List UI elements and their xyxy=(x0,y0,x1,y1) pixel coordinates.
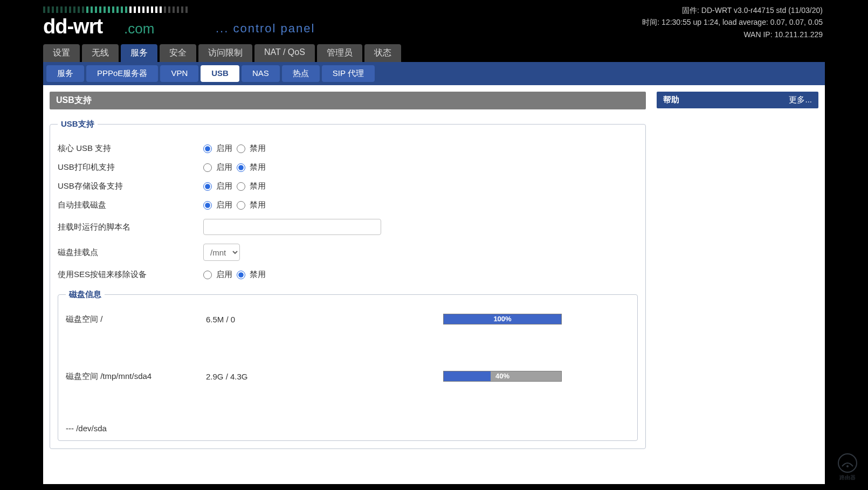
svg-rect-9 xyxy=(82,6,84,13)
mount-point-label: 磁盘挂载点 xyxy=(58,247,203,258)
svg-rect-11 xyxy=(91,6,93,13)
wan-line: WAN IP: 10.211.21.229 xyxy=(642,29,823,40)
enable-label: 启用 xyxy=(216,181,232,191)
disable-label: 禁用 xyxy=(250,270,266,280)
svg-rect-8 xyxy=(78,6,80,13)
disk-row2-progress: 40% xyxy=(443,371,562,382)
main-tab-5[interactable]: NAT / QoS xyxy=(254,44,315,62)
main-tab-7[interactable]: 状态 xyxy=(364,44,401,62)
core-usb-enable-radio[interactable] xyxy=(203,144,212,153)
mount-point-select[interactable]: /mnt xyxy=(203,244,240,261)
svg-rect-5 xyxy=(65,6,67,13)
time-line: 时间: 12:30:55 up 1:24, load average: 0.07… xyxy=(642,16,823,28)
svg-rect-23 xyxy=(142,6,144,13)
automount-label: 自动挂载磁盘 xyxy=(58,200,203,210)
main-tab-0[interactable]: 设置 xyxy=(43,44,80,62)
logo: dd-wrt .com ... control panel xyxy=(43,4,356,42)
ses-enable-radio[interactable] xyxy=(203,271,212,279)
svg-rect-15 xyxy=(108,6,110,13)
svg-rect-30 xyxy=(173,6,175,13)
header: dd-wrt .com ... control panel 固件: DD-WRT… xyxy=(43,0,825,44)
svg-rect-17 xyxy=(116,6,119,13)
main-tabs: 设置无线服务安全访问限制NAT / QoS管理员状态 xyxy=(43,44,825,62)
svg-rect-14 xyxy=(104,6,106,13)
section-title: USB支持 xyxy=(50,92,646,109)
disk-row1-progress: 100% xyxy=(443,314,562,325)
disk-row1-value: 6.5M / 0 xyxy=(206,315,443,324)
main-tab-6[interactable]: 管理员 xyxy=(317,44,362,62)
svg-rect-7 xyxy=(73,6,75,13)
enable-label: 启用 xyxy=(216,270,232,280)
svg-rect-20 xyxy=(129,6,132,13)
usb-printer-label: USB打印机支持 xyxy=(58,162,203,172)
disable-label: 禁用 xyxy=(250,143,266,154)
sub-tab-4[interactable]: NAS xyxy=(242,65,280,82)
svg-rect-28 xyxy=(164,6,166,13)
script-name-input[interactable] xyxy=(203,219,381,235)
sub-tab-5[interactable]: 热点 xyxy=(282,65,320,82)
help-title: 帮助 xyxy=(663,95,679,105)
usb-storage-disable-radio[interactable] xyxy=(237,182,245,191)
usb-legend: USB支持 xyxy=(58,119,98,129)
disable-label: 禁用 xyxy=(250,181,266,191)
disk-row2-label: 磁盘空间 /tmp/mnt/sda4 xyxy=(66,371,206,382)
sub-tab-6[interactable]: SIP 代理 xyxy=(322,65,375,82)
main-tab-2[interactable]: 服务 xyxy=(121,44,157,62)
svg-rect-1 xyxy=(47,6,50,13)
sub-tab-0[interactable]: 服务 xyxy=(46,65,84,82)
svg-rect-31 xyxy=(177,6,179,13)
enable-label: 启用 xyxy=(216,200,232,210)
control-panel-label: ... control panel xyxy=(216,22,315,35)
watermark-text: 路由器 xyxy=(838,474,857,481)
diskinfo-legend: 磁盘信息 xyxy=(66,289,105,300)
diskinfo-fieldset: 磁盘信息 磁盘空间 / 6.5M / 0 100% 磁盘空间 /tmp/mnt/… xyxy=(58,289,638,441)
ses-disable-radio[interactable] xyxy=(237,271,245,279)
svg-text:dd-wrt: dd-wrt xyxy=(43,15,103,38)
disk-row2-value: 2.9G / 4.3G xyxy=(206,372,443,381)
sub-tab-3[interactable]: USB xyxy=(201,65,239,82)
svg-point-36 xyxy=(838,454,857,472)
svg-text:.com: .com xyxy=(124,20,154,37)
svg-rect-2 xyxy=(52,6,54,13)
svg-rect-6 xyxy=(69,6,71,13)
usb-printer-disable-radio[interactable] xyxy=(237,163,245,172)
main-tab-3[interactable]: 安全 xyxy=(160,44,196,62)
header-status: 固件: DD-WRT v3.0-r44715 std (11/03/20) 时间… xyxy=(642,4,825,40)
usb-fieldset: USB支持 核心 USB 支持 启用 禁用 USB打印机支持 启用 禁用 xyxy=(50,119,646,449)
svg-rect-13 xyxy=(99,6,101,13)
script-name-label: 挂载时运行的脚本名 xyxy=(58,222,203,232)
svg-point-37 xyxy=(846,465,849,467)
svg-rect-29 xyxy=(168,6,170,13)
svg-rect-16 xyxy=(112,6,114,13)
svg-rect-25 xyxy=(151,6,153,13)
usb-printer-enable-radio[interactable] xyxy=(203,163,212,172)
automount-disable-radio[interactable] xyxy=(237,201,245,210)
svg-rect-22 xyxy=(138,6,140,13)
usb-storage-enable-radio[interactable] xyxy=(203,182,212,191)
main-tab-4[interactable]: 访问限制 xyxy=(198,44,252,62)
svg-rect-4 xyxy=(60,6,63,13)
svg-rect-32 xyxy=(181,6,183,13)
svg-rect-10 xyxy=(86,6,88,13)
disk-row1-label: 磁盘空间 / xyxy=(66,314,206,325)
svg-rect-27 xyxy=(160,6,162,13)
sub-tab-2[interactable]: VPN xyxy=(160,65,198,82)
svg-rect-26 xyxy=(155,6,157,13)
enable-label: 启用 xyxy=(216,162,232,172)
help-more-link[interactable]: 更多... xyxy=(789,95,812,105)
sub-tab-1[interactable]: PPPoE服务器 xyxy=(86,65,158,82)
dev-line: --- /dev/sda xyxy=(66,408,630,433)
svg-rect-12 xyxy=(95,6,97,13)
main-tab-1[interactable]: 无线 xyxy=(82,44,119,62)
svg-rect-24 xyxy=(147,6,149,13)
disable-label: 禁用 xyxy=(250,200,266,210)
core-usb-disable-radio[interactable] xyxy=(237,144,245,153)
svg-rect-33 xyxy=(185,6,188,13)
disk-row2-percent: 40% xyxy=(495,372,509,380)
svg-rect-21 xyxy=(134,6,136,13)
watermark: 路由器 xyxy=(838,453,857,481)
svg-rect-19 xyxy=(125,6,127,13)
firmware-line: 固件: DD-WRT v3.0-r44715 std (11/03/20) xyxy=(642,4,823,16)
sub-tabs: 服务PPPoE服务器VPNUSBNAS热点SIP 代理 xyxy=(43,62,825,85)
automount-enable-radio[interactable] xyxy=(203,201,212,210)
